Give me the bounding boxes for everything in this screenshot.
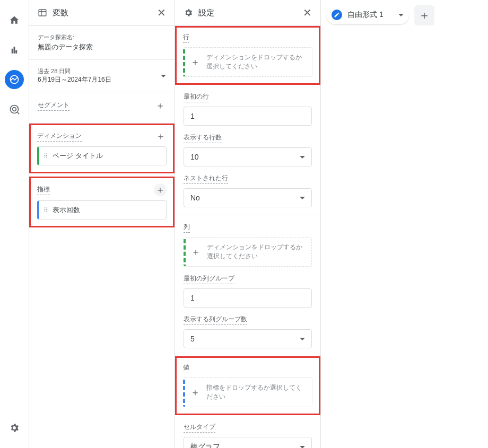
rows-label: 行	[183, 33, 189, 43]
chevron-down-icon	[300, 338, 305, 340]
nav-reports-icon[interactable]	[5, 40, 24, 59]
variables-title: 変数	[53, 8, 68, 18]
add-segment-button[interactable]: ＋	[154, 100, 166, 111]
drag-handle-icon: ⠿	[43, 207, 48, 214]
show-colgroups-select[interactable]: 5	[184, 329, 312, 348]
segments-section: セグメント ＋	[29, 92, 175, 124]
chevron-down-icon	[161, 75, 166, 77]
start-row-input[interactable]: 1	[184, 107, 312, 126]
dimension-chip-page-title[interactable]: ⠿ ページ タイトル	[37, 146, 167, 165]
svg-line-3	[17, 112, 19, 114]
metrics-label: 指標	[37, 185, 50, 195]
values-label: 値	[183, 363, 189, 373]
chevron-down-icon	[300, 156, 305, 159]
close-settings-icon[interactable]: ✕	[303, 7, 312, 18]
show-colgroups-label: 表示する列グループ数	[184, 315, 247, 325]
variables-panel-header: 変数 ✕	[29, 0, 175, 26]
chevron-down-icon	[398, 14, 404, 16]
nav-admin-icon[interactable]	[5, 418, 24, 437]
values-dropzone[interactable]: ＋ 指標をドロップするか選択してください	[183, 377, 312, 407]
chevron-down-icon	[300, 197, 305, 199]
settings-title: 設定	[198, 8, 214, 18]
segments-label: セグメント	[38, 101, 69, 111]
plus-icon: ＋	[188, 386, 202, 399]
plus-icon: ＋	[188, 56, 202, 68]
show-rows-label: 表示する行数	[184, 133, 222, 143]
rows-dropzone[interactable]: ＋ ディメンションをドロップするか選択してください	[183, 47, 312, 77]
values-highlight: 値 ＋ 指標をドロップするか選択してください	[175, 356, 320, 415]
edit-icon	[332, 10, 342, 20]
exploration-name-value[interactable]: 無題のデータ探索	[38, 42, 166, 52]
tab-label: 自由形式 1	[347, 10, 384, 20]
metrics-highlight: 指標 ＋ ⠿ 表示回数	[29, 177, 175, 227]
variables-icon	[38, 8, 47, 17]
start-row-section: 最初の行 1 表示する行数 10 ネストされた行 No	[175, 85, 320, 215]
columns-section: 列 ＋ ディメンションをドロップするか選択してください 最初の列グループ 1 表…	[175, 215, 320, 356]
add-metric-button[interactable]: ＋	[154, 183, 167, 196]
date-range-text: 過去 28 日間 6月19日～2024年7月16日	[38, 67, 111, 84]
dimensions-label: ディメンション	[37, 131, 82, 142]
show-rows-select[interactable]: 10	[184, 147, 312, 166]
metric-chip-views[interactable]: ⠿ 表示回数	[37, 200, 167, 219]
svg-rect-4	[39, 10, 46, 16]
rows-highlight: 行 ＋ ディメンションをドロップするか選択してください	[175, 26, 320, 85]
exploration-name-label: データ探索名:	[38, 33, 166, 41]
start-colgroup-label: 最初の列グループ	[184, 274, 234, 284]
svg-point-2	[13, 108, 16, 111]
nav-home-icon[interactable]	[5, 11, 24, 30]
start-colgroup-input[interactable]: 1	[184, 288, 312, 308]
gear-icon	[184, 8, 193, 17]
canvas-tab[interactable]: 自由形式 1	[326, 5, 409, 24]
nested-rows-label: ネストされた行	[184, 174, 228, 184]
date-range-section[interactable]: 過去 28 日間 6月19日～2024年7月16日	[29, 60, 175, 92]
dimension-chip-label: ページ タイトル	[53, 151, 103, 161]
chevron-down-icon	[300, 446, 305, 449]
cols-dropzone[interactable]: ＋ ディメンションをドロップするか選択してください	[184, 237, 312, 267]
nav-advertising-icon[interactable]	[5, 100, 24, 119]
add-tab-button[interactable]: ＋	[414, 5, 434, 25]
add-dimension-button[interactable]: ＋	[155, 130, 167, 142]
left-nav-rail	[0, 0, 29, 448]
start-row-label: 最初の行	[184, 92, 209, 102]
cols-label: 列	[184, 223, 190, 233]
celltype-label: セルタイプ	[184, 423, 215, 433]
values-dropzone-text: 指標をドロップするか選択してください	[206, 383, 307, 401]
exploration-name-section: データ探索名: 無題のデータ探索	[29, 26, 175, 60]
variables-panel: 変数 ✕ データ探索名: 無題のデータ探索 過去 28 日間 6月19日～202…	[29, 0, 175, 448]
celltype-section: セルタイプ 棒グラフ	[175, 415, 320, 448]
plus-icon: ＋	[189, 245, 203, 258]
dimensions-highlight: ディメンション ＋ ⠿ ページ タイトル	[29, 124, 175, 173]
nav-explore-icon[interactable]	[5, 70, 24, 89]
cols-dropzone-text: ディメンションをドロップするか選択してください	[207, 243, 306, 261]
metric-chip-label: 表示回数	[53, 205, 80, 215]
rows-dropzone-text: ディメンションをドロップするか選択してください	[206, 53, 307, 71]
celltype-select[interactable]: 棒グラフ	[184, 437, 312, 448]
settings-panel: 設定 ✕ 行 ＋ ディメンションをドロップするか選択してください 最初の行 1 …	[175, 0, 321, 448]
drag-handle-icon: ⠿	[43, 153, 48, 160]
close-variables-icon[interactable]: ✕	[157, 7, 166, 18]
settings-panel-header: 設定 ✕	[175, 0, 320, 26]
canvas-panel: 自由形式 1 ＋	[321, 0, 488, 448]
nested-rows-select[interactable]: No	[184, 188, 312, 207]
